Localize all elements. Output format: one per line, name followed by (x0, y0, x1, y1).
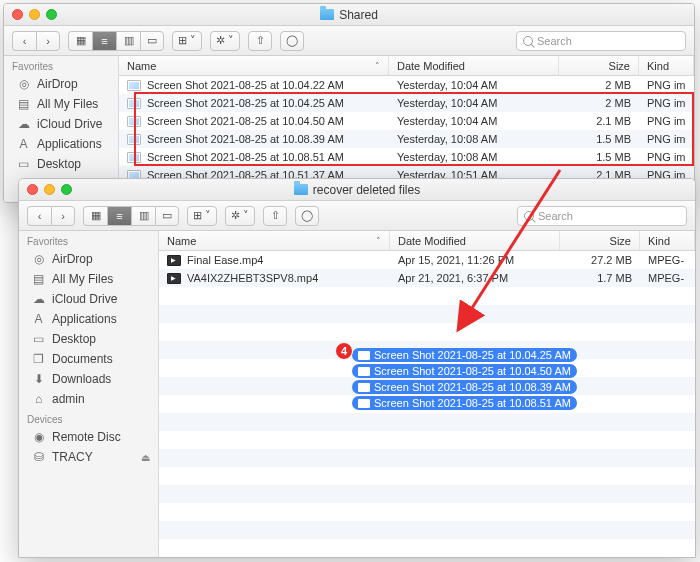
sidebar-item-label: AirDrop (52, 252, 93, 266)
nav-buttons: ‹ › (12, 31, 60, 51)
zoom-icon[interactable] (46, 9, 57, 20)
tags-button[interactable]: ◯ (280, 31, 304, 51)
empty-row (159, 413, 695, 431)
sidebar-item-all-my-files[interactable]: ▤All My Files (4, 94, 118, 114)
sidebar-item-remote-disc[interactable]: ◉Remote Disc (19, 427, 158, 447)
sidebar-icon: ▭ (16, 157, 31, 171)
sidebar-item-desktop[interactable]: ▭Desktop (4, 154, 118, 174)
sidebar-icon: ⬇ (31, 372, 46, 386)
file-icon (358, 367, 370, 376)
column-view-button[interactable]: ▥ (131, 206, 155, 226)
forward-button[interactable]: › (51, 206, 75, 226)
list-view-button[interactable]: ≡ (107, 206, 131, 226)
sidebar-item-tracy[interactable]: ⛁TRACY⏏ (19, 447, 158, 467)
share-button[interactable]: ⇧ (263, 206, 287, 226)
back-button[interactable]: ‹ (27, 206, 51, 226)
sidebar-item-all-my-files[interactable]: ▤All My Files (19, 269, 158, 289)
file-icon (127, 80, 141, 91)
col-size[interactable]: Size (559, 56, 639, 75)
search-icon (524, 211, 534, 221)
column-headers: Name˄ Date Modified Size Kind (159, 231, 695, 251)
file-kind: PNG im (639, 133, 694, 145)
col-size[interactable]: Size (560, 231, 640, 250)
search-input[interactable]: Search (516, 31, 686, 51)
drag-item-label: Screen Shot 2021-08-25 at 10.08.51 AM (374, 397, 571, 409)
file-size: 2.1 MB (559, 115, 639, 127)
sidebar-heading-favorites: Favorites (4, 56, 118, 74)
zoom-icon[interactable] (61, 184, 72, 195)
table-row[interactable]: VA4IX2ZHEBT3SPV8.mp4Apr 21, 2021, 6:37 P… (159, 269, 695, 287)
titlebar[interactable]: Shared (4, 4, 694, 26)
sidebar-item-icloud-drive[interactable]: ☁iCloud Drive (19, 289, 158, 309)
sidebar-item-applications[interactable]: AApplications (19, 309, 158, 329)
file-date: Yesterday, 10:04 AM (389, 79, 559, 91)
col-date[interactable]: Date Modified (390, 231, 560, 250)
sidebar-item-admin[interactable]: ⌂admin (19, 389, 158, 409)
table-row[interactable]: Screen Shot 2021-08-25 at 10.04.22 AMYes… (119, 76, 694, 94)
sidebar-item-airdrop[interactable]: ◎AirDrop (19, 249, 158, 269)
table-row[interactable]: Final Ease.mp4Apr 15, 2021, 11:26 PM27.2… (159, 251, 695, 269)
sidebar-item-downloads[interactable]: ⬇Downloads (19, 369, 158, 389)
sidebar-item-label: Documents (52, 352, 113, 366)
sidebar-icon: ☁ (31, 292, 46, 306)
col-date[interactable]: Date Modified (389, 56, 559, 75)
col-name[interactable]: Name˄ (119, 56, 389, 75)
titlebar[interactable]: recover deleted files (19, 179, 695, 201)
action-button[interactable]: ✲ ˅ (225, 206, 255, 226)
table-row[interactable]: Screen Shot 2021-08-25 at 10.04.50 AMYes… (119, 112, 694, 130)
sidebar-heading-devices: Devices (19, 409, 158, 427)
col-name[interactable]: Name˄ (159, 231, 390, 250)
file-size: 1.5 MB (559, 151, 639, 163)
sidebar-item-label: All My Files (52, 272, 113, 286)
col-kind[interactable]: Kind (640, 231, 695, 250)
list-view-button[interactable]: ≡ (92, 31, 116, 51)
table-row[interactable]: Screen Shot 2021-08-25 at 10.08.39 AMYes… (119, 130, 694, 148)
icon-view-button[interactable]: ▦ (83, 206, 107, 226)
tags-button[interactable]: ◯ (295, 206, 319, 226)
share-button[interactable]: ⇧ (248, 31, 272, 51)
gallery-view-button[interactable]: ▭ (155, 206, 179, 226)
file-name: VA4IX2ZHEBT3SPV8.mp4 (187, 272, 318, 284)
action-button[interactable]: ✲ ˅ (210, 31, 240, 51)
file-name: Screen Shot 2021-08-25 at 10.08.39 AM (147, 133, 344, 145)
sidebar-icon: ▤ (31, 272, 46, 286)
sidebar-item-label: iCloud Drive (37, 117, 102, 131)
sidebar-item-airdrop[interactable]: ◎AirDrop (4, 74, 118, 94)
close-icon[interactable] (12, 9, 23, 20)
file-kind: MPEG- (640, 254, 695, 266)
empty-row (159, 431, 695, 449)
minimize-icon[interactable] (44, 184, 55, 195)
col-kind[interactable]: Kind (639, 56, 694, 75)
file-icon (167, 255, 181, 266)
icon-view-button[interactable]: ▦ (68, 31, 92, 51)
close-icon[interactable] (27, 184, 38, 195)
forward-button[interactable]: › (36, 31, 60, 51)
file-icon (358, 399, 370, 408)
back-button[interactable]: ‹ (12, 31, 36, 51)
file-name: Screen Shot 2021-08-25 at 10.08.51 AM (147, 151, 344, 163)
column-view-button[interactable]: ▥ (116, 31, 140, 51)
file-date: Yesterday, 10:04 AM (389, 115, 559, 127)
sidebar-item-documents[interactable]: ❐Documents (19, 349, 158, 369)
arrange-button[interactable]: ⊞ ˅ (187, 206, 217, 226)
minimize-icon[interactable] (29, 9, 40, 20)
arrange-button[interactable]: ⊞ ˅ (172, 31, 202, 51)
sidebar-item-icloud-drive[interactable]: ☁iCloud Drive (4, 114, 118, 134)
eject-icon[interactable]: ⏏ (141, 452, 150, 463)
device-icon: ◉ (31, 430, 46, 444)
file-icon (127, 98, 141, 109)
sidebar-item-applications[interactable]: AApplications (4, 134, 118, 154)
file-size: 27.2 MB (560, 254, 640, 266)
drag-item-label: Screen Shot 2021-08-25 at 10.08.39 AM (374, 381, 571, 393)
sidebar-item-label: AirDrop (37, 77, 78, 91)
file-icon (358, 383, 370, 392)
sidebar-item-label: Downloads (52, 372, 111, 386)
table-row[interactable]: Screen Shot 2021-08-25 at 10.04.25 AMYes… (119, 94, 694, 112)
empty-row (159, 323, 695, 341)
empty-row (159, 539, 695, 557)
sidebar-item-desktop[interactable]: ▭Desktop (19, 329, 158, 349)
table-row[interactable]: Screen Shot 2021-08-25 at 10.08.51 AMYes… (119, 148, 694, 166)
gallery-view-button[interactable]: ▭ (140, 31, 164, 51)
title-text: Shared (339, 8, 378, 22)
search-input[interactable]: Search (517, 206, 687, 226)
